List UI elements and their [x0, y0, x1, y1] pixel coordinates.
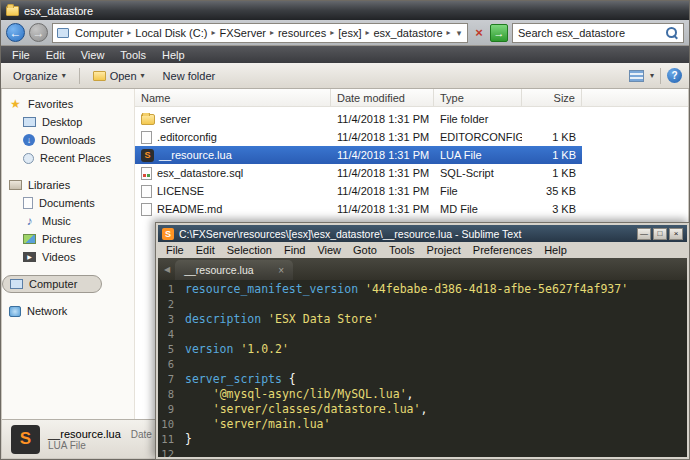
code-line: 2	[158, 297, 687, 312]
sublime-window: S C:\FXServer\resources\[esx]\esx_datast…	[155, 222, 690, 460]
code-token: ,	[407, 387, 414, 401]
file-row-resource-lua[interactable]: S__resource.lua11/4/2018 1:31 PMLUA File…	[135, 146, 582, 164]
breadcrumb-segment-fxserver[interactable]: FXServer	[217, 27, 267, 39]
menu-view[interactable]: View	[73, 49, 113, 61]
sidebar-item-documents[interactable]: Documents	[2, 194, 134, 212]
sidebar-item-label: Recent Places	[40, 152, 111, 164]
network-icon	[9, 306, 21, 317]
recent-icon	[23, 153, 34, 164]
sidebar-item-libraries[interactable]: Libraries	[2, 176, 134, 194]
change-view-icon[interactable]	[629, 70, 644, 82]
sublime-menu-goto[interactable]: Goto	[347, 244, 383, 256]
breadcrumb-segment-esx-datastore[interactable]: esx_datastore	[372, 27, 445, 39]
line-number: 12	[158, 447, 185, 457]
sublime-menu-file[interactable]: File	[160, 244, 190, 256]
column-header-label: Name	[141, 92, 170, 104]
breadcrumb-segment-esx[interactable]: [esx]	[336, 27, 363, 39]
search-icon[interactable]	[666, 27, 678, 39]
sublime-menu-tools[interactable]: Tools	[383, 244, 421, 256]
file-file-icon	[141, 185, 152, 198]
sidebar-item-recent-places[interactable]: Recent Places	[2, 149, 134, 167]
sublime-menu-help[interactable]: Help	[538, 244, 573, 256]
sidebar-item-pictures[interactable]: Pictures	[2, 230, 134, 248]
file-name: LICENSE	[157, 185, 204, 197]
code-text: resource_manifest_version '44febabe-d386…	[185, 282, 628, 297]
toolbar-divider	[660, 68, 661, 84]
stop-icon[interactable]: ×	[472, 25, 486, 40]
sidebar-item-computer[interactable]: Computer	[2, 275, 102, 293]
sublime-menubar: FileEditSelectionFindViewGotoToolsProjec…	[158, 242, 687, 258]
forward-button[interactable]: →	[29, 23, 48, 42]
editor-tab[interactable]: __resource.lua ×	[175, 260, 293, 280]
line-number: 10	[158, 417, 185, 432]
code-editor[interactable]: 1resource_manifest_version '44febabe-d38…	[158, 280, 687, 457]
sublime-titlebar[interactable]: S C:\FXServer\resources\[esx]\esx_datast…	[158, 225, 687, 242]
sidebar-item-label: Libraries	[28, 179, 70, 191]
sidebar-item-desktop[interactable]: Desktop	[2, 113, 134, 131]
explorer-toolbar: Organize ▾ Open ▾ New folder ▾ ?	[1, 63, 689, 89]
sublime-menu-project[interactable]: Project	[421, 244, 467, 256]
help-icon[interactable]: ?	[667, 68, 682, 83]
music-icon: ♪	[23, 215, 36, 227]
go-icon[interactable]: →	[490, 24, 508, 42]
column-header-size[interactable]: Size	[522, 89, 582, 106]
menu-tools[interactable]: Tools	[112, 49, 154, 61]
address-dropdown-icon[interactable]: ▾	[454, 28, 465, 38]
chevron-down-icon[interactable]: ▾	[650, 71, 654, 80]
breadcrumb[interactable]: Computer▸Local Disk (C:)▸FXServer▸resour…	[52, 23, 468, 43]
tab-close-icon[interactable]: ×	[278, 265, 284, 276]
breadcrumb-segment-computer[interactable]: Computer	[73, 27, 125, 39]
file-size: 1 KB	[522, 131, 582, 143]
code-token: {	[289, 372, 296, 386]
sidebar-item-favorites[interactable]: ★Favorites	[2, 95, 134, 113]
sublime-menu-edit[interactable]: Edit	[190, 244, 221, 256]
minimize-button[interactable]: —	[637, 228, 651, 240]
sidebar-item-videos[interactable]: ▶Videos	[2, 248, 134, 266]
sidebar-item-downloads[interactable]: ↓Downloads	[2, 131, 134, 149]
breadcrumb-separator-icon: ▸	[209, 28, 217, 37]
file-name: __resource.lua	[159, 149, 232, 161]
column-header-date-modified[interactable]: Date modified	[331, 89, 434, 106]
file-file-icon	[141, 203, 152, 216]
sublime-menu-selection[interactable]: Selection	[221, 244, 278, 256]
sublime-menu-view[interactable]: View	[311, 244, 347, 256]
file-row-esx-datastore-sql[interactable]: esx_datastore.sql11/4/2018 1:31 PMSQL-Sc…	[135, 164, 582, 182]
close-button[interactable]: ×	[669, 228, 683, 240]
maximize-button[interactable]: □	[653, 228, 667, 240]
file-row-license[interactable]: LICENSE11/4/2018 1:31 PMFile35 KB	[135, 182, 582, 200]
tab-scroll-left-icon[interactable]: ◀	[159, 265, 175, 274]
breadcrumb-segment-local-disk-c[interactable]: Local Disk (C:)	[133, 27, 209, 39]
sublime-menu-find[interactable]: Find	[278, 244, 311, 256]
sidebar-item-network[interactable]: Network	[2, 302, 134, 320]
new-folder-button[interactable]: New folder	[158, 68, 221, 84]
menu-edit[interactable]: Edit	[38, 49, 73, 61]
file-name: esx_datastore.sql	[157, 167, 243, 179]
explorer-titlebar[interactable]: esx_datastore	[1, 1, 689, 20]
file-row-readme-md[interactable]: README.md11/4/2018 1:31 PMMD File3 KB	[135, 200, 582, 218]
breadcrumb-separator-icon: ▸	[268, 28, 276, 37]
code-token	[185, 402, 213, 416]
code-line: 4	[158, 327, 687, 342]
column-header-label: Size	[554, 92, 575, 104]
back-button[interactable]: ←	[6, 23, 25, 42]
file-row-editorconfig[interactable]: .editorconfig11/4/2018 1:31 PMEDITORCONF…	[135, 128, 582, 146]
sublime-menu-preferences[interactable]: Preferences	[467, 244, 538, 256]
file-row-server[interactable]: server11/4/2018 1:31 PMFile folder	[135, 110, 582, 128]
column-header-name[interactable]: Name	[135, 89, 331, 106]
organize-button[interactable]: Organize ▾	[8, 68, 71, 84]
file-size: 3 KB	[522, 203, 582, 215]
open-button[interactable]: Open ▾	[88, 68, 150, 84]
file-name-cell: .editorconfig	[135, 131, 331, 144]
breadcrumb-segment-resources[interactable]: resources	[276, 27, 328, 39]
code-text: '@mysql-async/lib/MySQL.lua',	[185, 387, 414, 402]
line-number: 6	[158, 357, 185, 372]
file-type: EDITORCONFIG File	[434, 131, 522, 143]
search-input[interactable]	[518, 27, 662, 39]
menu-help[interactable]: Help	[154, 49, 193, 61]
column-header-type[interactable]: Type	[434, 89, 522, 106]
folder-icon	[6, 6, 19, 16]
menu-file[interactable]: File	[4, 49, 38, 61]
sidebar-item-music[interactable]: ♪Music	[2, 212, 134, 230]
videos-icon: ▶	[23, 252, 36, 262]
code-text: }	[185, 432, 192, 447]
